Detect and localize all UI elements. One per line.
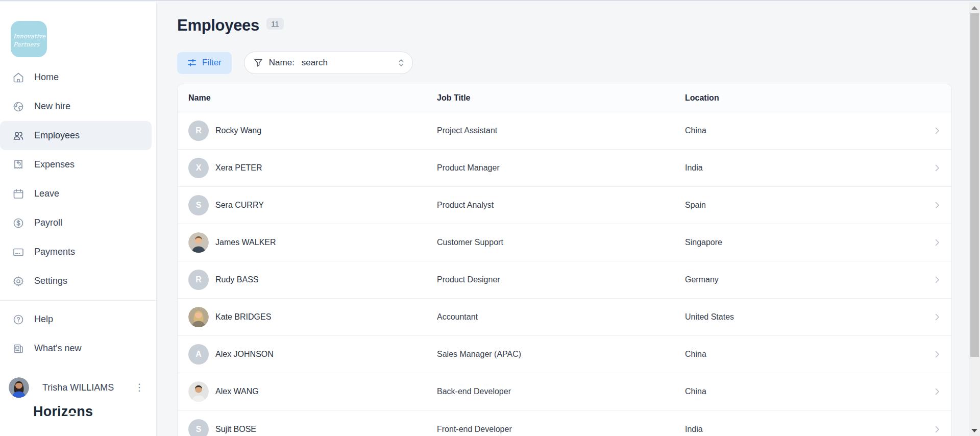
sidebar-item-help[interactable]: Help (0, 305, 152, 334)
sidebar-item-label: What's new (34, 343, 81, 354)
column-header-location: Location (685, 93, 923, 103)
employee-name: Rocky Wang (215, 126, 261, 135)
newspaper-icon (12, 343, 24, 355)
employee-location: United States (685, 312, 923, 322)
employee-job-title: Back-end Developer (437, 387, 685, 396)
filter-button[interactable]: Filter (177, 52, 232, 74)
sidebar-item-label: Home (34, 72, 59, 83)
home-icon (12, 71, 24, 84)
sidebar-item-whats-new[interactable]: What's new (0, 334, 152, 363)
employee-location: Singapore (685, 238, 923, 247)
table-row[interactable]: R Rudy BASS Product Designer Germany (178, 261, 951, 299)
logo-text-line2: Partners (13, 41, 44, 49)
sidebar-item-employees[interactable]: Employees (0, 121, 152, 150)
globe-icon (12, 101, 24, 113)
sidebar-item-expenses[interactable]: Expenses (0, 150, 152, 179)
sidebar-item-label: Help (34, 314, 53, 325)
dollar-circle-icon (12, 217, 24, 229)
sidebar-divider (0, 300, 156, 301)
filter-sliders-icon (187, 58, 197, 67)
chevron-right-icon (933, 238, 941, 247)
horizons-wordmark: Horizons (33, 404, 93, 420)
employee-job-title: Accountant (437, 312, 685, 322)
sidebar-item-settings[interactable]: Settings (0, 267, 152, 296)
employee-avatar: R (188, 270, 209, 290)
employee-name: Xera PETER (215, 163, 262, 173)
employee-name: Sera CURRY (215, 201, 264, 210)
employee-name: Alex JOHNSON (215, 350, 274, 359)
scrollbar-down-arrow-icon[interactable] (971, 429, 977, 432)
scrollbar-up-arrow-icon[interactable] (971, 6, 977, 10)
gear-icon (12, 275, 24, 287)
name-filter-value: search (302, 58, 328, 68)
chevron-up-down-icon (398, 58, 404, 67)
employee-job-title: Sales Manager (APAC) (437, 350, 685, 359)
sidebar-item-home[interactable]: Home (0, 63, 152, 92)
employee-location: Spain (685, 201, 923, 210)
user-profile[interactable]: Trisha WILLIAMS ⋮ (9, 376, 156, 399)
employee-name: Sujit BOSE (215, 425, 256, 434)
table-row[interactable]: James WALKER Customer Support Singapore (178, 224, 951, 261)
sidebar-item-payments[interactable]: Payments (0, 237, 152, 267)
sidebar-item-payroll[interactable]: Payroll (0, 208, 152, 237)
employee-location: China (685, 126, 923, 135)
sidebar: Innovative Partners Home New hire Employ… (0, 2, 157, 436)
table-row[interactable]: S Sera CURRY Product Analyst Spain (178, 187, 951, 224)
chevron-right-icon (933, 387, 941, 396)
employee-location: China (685, 350, 923, 359)
chevron-right-icon (933, 201, 941, 209)
filter-button-label: Filter (202, 58, 222, 68)
sidebar-item-label: Payroll (34, 217, 62, 228)
employee-location: Germany (685, 275, 923, 284)
table-header-row: Name Job Title Location (178, 84, 951, 112)
sidebar-item-label: Leave (34, 188, 59, 199)
table-row[interactable]: R Rocky Wang Project Assistant China (178, 112, 951, 150)
sidebar-item-label: Expenses (34, 159, 75, 170)
table-row[interactable]: X Xera PETER Product Manager India (178, 150, 951, 187)
employee-name: Alex WANG (215, 387, 259, 396)
employee-name: Rudy BASS (215, 275, 258, 284)
user-name: Trisha WILLIAMS (42, 382, 114, 393)
sidebar-item-new-hire[interactable]: New hire (0, 92, 152, 121)
sidebar-item-leave[interactable]: Leave (0, 179, 152, 208)
name-filter-label: Name: (269, 58, 295, 68)
name-search-filter[interactable]: Name: search (244, 52, 413, 74)
sidebar-item-label: Employees (34, 130, 80, 141)
employee-avatar: S (188, 195, 209, 215)
table-row[interactable]: Alex WANG Back-end Developer China (178, 373, 951, 410)
table-body: R Rocky Wang Project Assistant China X X… (178, 112, 951, 436)
employee-name: James WALKER (215, 238, 276, 247)
receipt-icon (12, 159, 24, 171)
chevron-right-icon (933, 164, 941, 172)
column-header-job-title: Job Title (437, 93, 685, 103)
table-row[interactable]: Kate BRIDGES Accountant United States (178, 299, 951, 336)
user-menu-dots-icon[interactable]: ⋮ (133, 380, 145, 395)
employee-avatar: R (188, 120, 209, 141)
employee-avatar (188, 381, 209, 402)
question-circle-icon (12, 313, 24, 326)
chevron-right-icon (933, 313, 941, 321)
employee-location: India (685, 425, 923, 434)
employee-avatar: A (188, 344, 209, 365)
employee-job-title: Product Analyst (437, 201, 685, 210)
vertical-scrollbar[interactable] (969, 2, 980, 436)
toolbar: Filter Name: search (177, 52, 413, 74)
table-row[interactable]: A Alex JOHNSON Sales Manager (APAC) Chin… (178, 336, 951, 373)
employee-job-title: Project Assistant (437, 126, 685, 135)
page-header: Employees 11 (157, 2, 969, 35)
people-icon (12, 130, 24, 142)
chevron-right-icon (933, 127, 941, 135)
chevron-right-icon (933, 276, 941, 284)
scrollbar-thumb[interactable] (970, 13, 979, 357)
brand-prefix: Horiz (33, 404, 68, 419)
table-row[interactable]: S Sujit BOSE Front-end Developer India (178, 410, 951, 436)
chevron-right-icon (933, 350, 941, 358)
employee-location: China (685, 387, 923, 396)
employee-job-title: Front-end Developer (437, 425, 685, 434)
employee-job-title: Customer Support (437, 238, 685, 247)
main-content: Employees 11 Filter Name: search Name Jo… (157, 2, 969, 436)
sidebar-item-label: Payments (34, 247, 75, 257)
company-logo: Innovative Partners (11, 21, 47, 57)
page-title: Employees (177, 16, 259, 35)
chevron-right-icon (933, 425, 941, 433)
